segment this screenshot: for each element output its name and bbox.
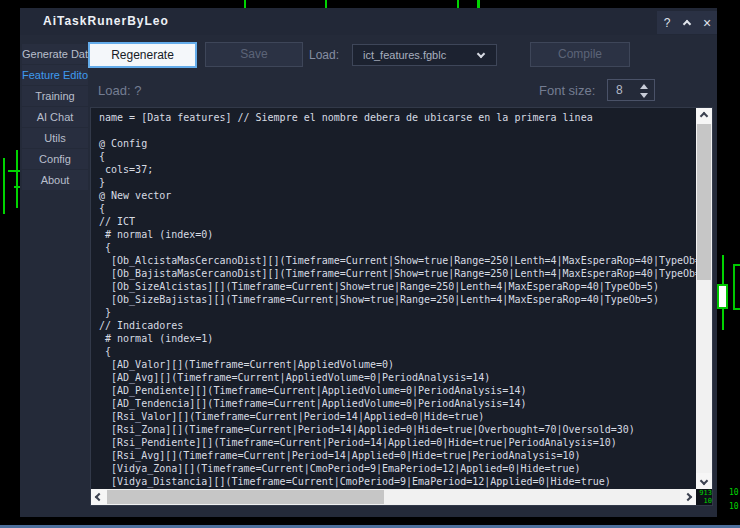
code-editor[interactable]: name = [Data features] // Siempre el nom… (90, 107, 713, 506)
window-title: AiTaskRunerByLeo (43, 14, 169, 28)
minimize-icon[interactable] (679, 16, 695, 30)
window-controls: ? × (657, 11, 717, 34)
code-line: // ICT (99, 215, 696, 228)
vertical-scrollbar-thumb[interactable] (697, 124, 711, 280)
sidebar-tab[interactable]: Config (22, 149, 88, 169)
code-line: [Vidya_Distancia][](Timeframe=Current|Cm… (99, 475, 696, 488)
code-line (99, 124, 696, 137)
code-line: [Rsi_Pendiente][](Timeframe=Current|Peri… (99, 436, 696, 449)
load-file-select[interactable]: ict_features.fgblc (352, 44, 497, 66)
code-line: [Rsi_Zona][](Timeframe=Current|Period=14… (99, 423, 696, 436)
code-line: [Ob_BajistaMasCercanoDist][](Timeframe=C… (99, 267, 696, 280)
chart-candle-body (717, 284, 728, 309)
load-file-selected-value: ict_features.fgblc (363, 49, 446, 61)
code-line: # normal (index=1) (99, 332, 696, 345)
code-line: [Vidya_Zona][](Timeframe=Current|CmoPeri… (99, 462, 696, 475)
regenerate-button[interactable]: Regenerate (88, 42, 197, 68)
vertical-scrollbar[interactable] (696, 108, 712, 489)
chart-line (16, 150, 18, 208)
code-line: [AD_Avg][](Timeframe=Current|AppliedVolu… (99, 371, 696, 384)
load-status-text: Load: ? (98, 83, 141, 98)
sidebar-tabs: Generate DataFeature EditorTrainingAI Ch… (22, 44, 88, 191)
horizontal-scrollbar[interactable] (91, 489, 696, 505)
spinner-arrows-icon[interactable] (640, 83, 648, 99)
load-label: Load: (309, 48, 339, 62)
code-content[interactable]: name = [Data features] // Siempre el nom… (91, 108, 696, 489)
help-icon[interactable]: ? (659, 16, 675, 30)
code-line: @ New vector (99, 189, 696, 202)
code-line: @ Config (99, 137, 696, 150)
sidebar-tab[interactable]: AI Chat (22, 107, 88, 127)
font-size-spinner[interactable]: 8 (607, 79, 655, 101)
code-line: { (99, 150, 696, 163)
save-button[interactable]: Save (205, 42, 303, 67)
sidebar-tab[interactable]: Training (22, 86, 88, 106)
chart-candle-body (733, 264, 740, 310)
horizontal-scrollbar-thumb[interactable] (107, 490, 384, 504)
chart-axis-label: 10 (729, 488, 739, 497)
code-line: [Rsi_Avg][](Timeframe=Current|Period=14|… (99, 449, 696, 462)
code-line: [AD_Pendiente][](Timeframe=Current|Appli… (99, 384, 696, 397)
code-line: [Rsi_Valor][](Timeframe=Current|Period=1… (99, 410, 696, 423)
close-icon[interactable]: × (699, 15, 715, 31)
scrollbar-corner: 913 10 (696, 489, 712, 505)
code-line: name = [Data features] // Siempre el nom… (99, 111, 696, 124)
code-line: [Ob_SizeBajistas][](Timeframe=Current|Sh… (99, 293, 696, 306)
code-line: [Ob_SizeAlcistas][](Timeframe=Current|Sh… (99, 280, 696, 293)
code-line: [AD_Valor][](Timeframe=Current|AppliedVo… (99, 358, 696, 371)
scroll-down-button[interactable] (696, 473, 712, 489)
title-bar[interactable]: AiTaskRunerByLeo ? × (20, 8, 717, 35)
code-line: # normal (index=0) (99, 228, 696, 241)
code-line: [AD_Tendencia][](Timeframe=Current|Appli… (99, 397, 696, 410)
code-line: { (99, 241, 696, 254)
scroll-up-button[interactable] (696, 108, 712, 124)
chart-line (3, 158, 5, 214)
sidebar-tab[interactable]: About (22, 170, 88, 190)
code-line: // Indicadores (99, 319, 696, 332)
sidebar-tab[interactable]: Utils (22, 128, 88, 148)
chevron-down-icon (477, 50, 485, 58)
code-line: { (99, 202, 696, 215)
code-line: cols=37; (99, 163, 696, 176)
app-window: AiTaskRunerByLeo ? × Generate DataFeatur… (20, 8, 717, 517)
compile-button[interactable]: Compile (530, 42, 630, 67)
code-line: [Ob_AlcistaMasCercanoDist][](Timeframe=C… (99, 254, 696, 267)
code-line: } (99, 306, 696, 319)
font-size-label: Font size: (539, 83, 595, 98)
sidebar-tab[interactable]: Generate Data (22, 44, 88, 64)
code-line: } (99, 176, 696, 189)
sidebar-tab[interactable]: Feature Editor (22, 65, 88, 85)
code-line: { (99, 345, 696, 358)
chart-axis-label: 10 (729, 502, 739, 511)
font-size-value: 8 (616, 83, 623, 97)
scroll-left-button[interactable] (91, 489, 107, 505)
scroll-right-button[interactable] (680, 489, 696, 505)
